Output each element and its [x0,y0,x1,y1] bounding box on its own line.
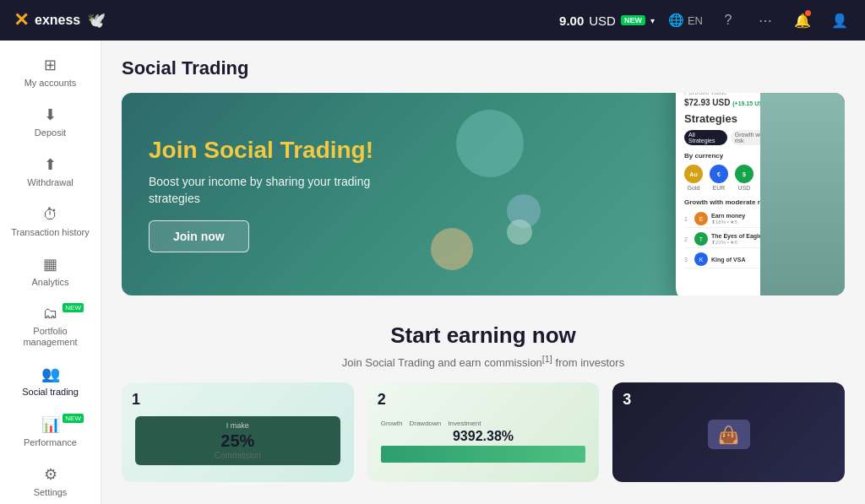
sidebar-item-analytics[interactable]: ▦ Analytics [0,247,101,296]
logo-icon: ✕ [14,9,28,31]
portfolio-new-badge: NEW [63,303,84,312]
performance-icon: 📊 [41,415,60,434]
banner-left: Join Social Trading! Boost your income b… [122,93,659,295]
logo-text: exness [35,13,80,28]
step-card-1: 1 I make 25% Commission [122,382,354,482]
step-num-2: 2 [378,391,386,409]
strategy-num: 1 [684,216,691,222]
settings-icon: ⚙ [44,465,57,484]
strategy-avatar-2: T [694,232,708,246]
sidebar-item-label: Withdrawal [27,177,73,188]
sidebar-item-social-trading[interactable]: 👥 Social trading [0,356,101,406]
performance-new-badge: NEW [63,414,84,423]
language-selector[interactable]: 🌐 EN [668,13,703,28]
banner-title: Join Social Trading! [149,136,632,165]
portfolio-icon: 🗂 [43,305,58,322]
page-title: Social Trading [122,57,845,79]
gold-label: Gold [688,185,700,191]
step-card-3: 3 👜 [612,382,845,482]
main-layout: ⊞ My accounts ⬇ Deposit ⬆ Withdrawal ⏱ T… [0,41,865,504]
eur-circle: € [710,165,728,183]
sidebar-item-label: My accounts [24,78,77,89]
header-right: 9.00 USD NEW ▾ 🌐 EN ? ⋯ 🔔 👤 [559,8,851,32]
step-content-1: I make 25% Commission [135,416,340,465]
deposit-icon: ⬇ [44,106,57,124]
steps-row: 1 I make 25% Commission 2 GrowthDrawdown… [122,382,845,482]
sidebar-item-performance[interactable]: NEW 📊 Performance [0,407,101,457]
sidebar-item-label: Performance [24,437,77,448]
balance-chevron-icon[interactable]: ▾ [650,16,655,25]
sidebar-item-settings[interactable]: ⚙ Settings [0,457,101,504]
social-trading-banner: Join Social Trading! Boost your income b… [122,93,845,295]
language-label: EN [688,14,703,27]
start-earning-subtitle: Join Social Trading and earn commission[… [122,354,845,369]
sidebar-item-label: Settings [34,487,68,498]
start-earning-section: Start earning now Join Social Trading an… [122,316,845,489]
step-num-3: 3 [623,391,631,409]
step-num-1: 1 [132,391,140,409]
help-icon[interactable]: ? [716,8,740,32]
apps-grid-icon[interactable]: ⋯ [753,8,777,32]
eur-label: EUR [713,185,726,191]
sidebar-item-my-accounts[interactable]: ⊞ My accounts [0,47,101,97]
banner-phone-area: 9:41 📶 Portfolio value $72.93 USD (+19.1… [659,93,845,295]
gold-circle: Au [684,165,703,183]
withdrawal-icon: ⬆ [44,155,57,174]
sidebar-item-withdrawal[interactable]: ⬆ Withdrawal [0,147,101,197]
phone-tab-all[interactable]: All Strategies [684,130,727,145]
sidebar-item-label: Analytics [31,277,68,288]
start-earning-title: Start earning now [122,322,845,349]
currency-gold: Au Gold [684,165,703,191]
header-left: ✕ exness 🕊️ [14,9,106,31]
step-content-2: GrowthDrawdownInvestment 9392.38% [381,420,586,463]
analytics-icon: ▦ [43,255,57,274]
sidebar-item-deposit[interactable]: ⬇ Deposit [0,97,101,147]
step-card-2: 2 GrowthDrawdownInvestment 9392.38% [367,382,600,482]
step-pct-2: 9392.38% [381,429,586,444]
notification-icon[interactable]: 🔔 [791,8,814,32]
header: ✕ exness 🕊️ 9.00 USD NEW ▾ 🌐 EN ? ⋯ 🔔 👤 [0,0,865,41]
banner-subtitle: Boost your income by sharing your tradin… [149,174,385,207]
user-avatar-icon[interactable]: 👤 [828,8,851,32]
sidebar-item-label: Transaction history [11,227,90,238]
balance-area[interactable]: 9.00 USD NEW ▾ [559,14,655,28]
strategy-num: 2 [684,236,691,242]
step-pct-1: 25% [144,431,332,451]
person-silhouette [760,93,845,295]
my-accounts-icon: ⊞ [44,56,57,74]
sidebar: ⊞ My accounts ⬇ Deposit ⬆ Withdrawal ⏱ T… [0,41,101,504]
sidebar-item-label: Social trading [22,387,79,398]
strategy-avatar-3: K [694,252,708,266]
notification-dot [805,10,811,16]
usd-label: USD [738,185,751,191]
currency-eur: € EUR [710,165,728,191]
banner-person [760,93,845,295]
social-trading-icon: 👥 [41,365,60,383]
sidebar-item-label: Portfolio management [7,326,94,348]
strategy-avatar-1: E [694,212,708,225]
currency-usd: $ USD [735,165,753,191]
strategy-num: 3 [684,257,691,263]
join-now-button[interactable]: Join now [149,220,249,252]
sidebar-item-transaction-history[interactable]: ⏱ Transaction history [0,198,101,247]
sidebar-item-label: Deposit [35,127,66,138]
usd-circle: $ [735,165,753,183]
globe-icon: 🌐 [668,13,684,28]
logo-bird-icon: 🕊️ [87,11,106,30]
transaction-history-icon: ⏱ [43,206,58,224]
main-content: Social Trading Join Social Trading! Boos… [101,41,865,504]
step-label-1: Commission [144,451,332,460]
sidebar-item-portfolio-management[interactable]: NEW 🗂 Portfolio management [0,296,101,356]
step-content-3: 👜 [626,420,831,449]
balance-new-badge: NEW [621,15,645,25]
balance-currency: USD [589,14,616,28]
balance-amount: 9.00 [559,14,584,28]
